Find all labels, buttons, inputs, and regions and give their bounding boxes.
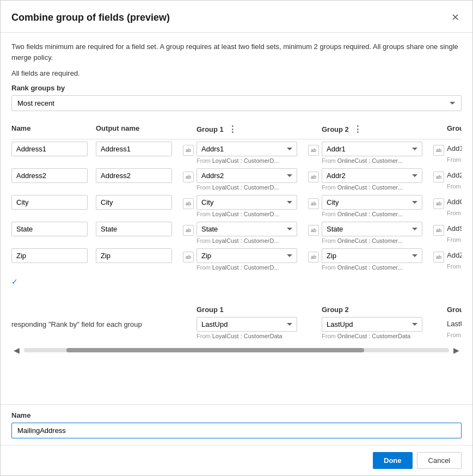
group2-select-3[interactable]: City [322, 195, 422, 210]
dialog-footer: Done Cancel [1, 445, 472, 475]
close-button[interactable]: ✕ [449, 9, 462, 26]
group1-select-2[interactable]: Addrs2 [196, 168, 297, 183]
group1-from-5: From LoyalCust : CustomerD... [196, 264, 297, 271]
output-name-input-5[interactable] [96, 248, 172, 263]
group2-cell-5: Zip From OnlineCust : Customer... [322, 248, 431, 271]
name-section: Name [1, 404, 472, 445]
icon-cell-g1-4: ab [180, 222, 196, 236]
output-name-input-3[interactable] [96, 195, 172, 210]
dialog-title: Combine group of fields (preview) [11, 12, 170, 23]
name-cell-2 [11, 168, 96, 183]
group3-value-5: AddZip [447, 248, 462, 262]
table-row: ab Addrs2 From LoyalCust : CustomerD... … [11, 168, 462, 191]
description-text: Two fields minimum are required for a fi… [11, 41, 462, 63]
field-name-input-1[interactable] [11, 142, 88, 156]
name-cell-5 [11, 248, 96, 263]
group1-select-4[interactable]: State [196, 222, 297, 236]
scroll-left-arrow[interactable]: ◀ [11, 346, 22, 355]
name-input[interactable] [11, 423, 462, 438]
horizontal-scrollbar[interactable]: ◀ ▶ [11, 346, 462, 355]
rank-group2-from: From OnlineCust : CustomerData [322, 333, 422, 339]
output-cell-1 [96, 142, 180, 156]
group2-from-5: From OnlineCust : Customer... [322, 264, 422, 271]
ab-icon-g1-5: ab [183, 252, 194, 263]
ab-icon-g2-1: ab [308, 145, 319, 156]
group3-from-2: From POSCust : Custo [447, 183, 462, 190]
output-name-input-1[interactable] [96, 142, 172, 156]
icon-cell-g1-5: ab [180, 248, 196, 263]
rank-select[interactable]: Most recent Most complete Custom [11, 95, 462, 111]
group2-menu-icon[interactable]: ⋮ [353, 124, 362, 135]
group2-cell-1: Addr1 From OnlineCust : Customer... [322, 142, 431, 164]
checkmark-icon: ✓ [11, 277, 18, 286]
group3-from-5: From POSCust : Custo [447, 263, 462, 270]
group2-select-2[interactable]: Addr2 [322, 168, 422, 183]
name-cell-4 [11, 222, 96, 236]
output-name-input-2[interactable] [96, 168, 172, 183]
rank-group2-select[interactable]: LastUpd [322, 317, 422, 332]
ab-icon-g1-2: ab [183, 172, 194, 182]
icon-cell-g1-1: ab [180, 142, 196, 156]
group2-select-4[interactable]: State [322, 222, 422, 236]
group1-select-1[interactable]: Addrs1 [196, 142, 297, 156]
scroll-track[interactable] [24, 348, 449, 352]
field-name-input-2[interactable] [11, 168, 88, 183]
group1-from-3: From LoyalCust : CustomerD... [196, 211, 297, 217]
field-name-input-4[interactable] [11, 222, 88, 236]
group1-select-3[interactable]: City [196, 195, 297, 210]
group1-cell-1: Addrs1 From LoyalCust : CustomerD... [196, 142, 305, 164]
combine-fields-dialog: Combine group of fields (preview) ✕ Two … [0, 0, 473, 476]
rank-header-row: Group 1 Group 2 Group 3 [11, 306, 462, 314]
group1-menu-icon[interactable]: ⋮ [228, 124, 237, 135]
field-name-input-5[interactable] [11, 248, 88, 263]
ab-icon-g3-3: ab [433, 198, 444, 209]
field-name-input-3[interactable] [11, 195, 88, 210]
icon-cell-g2-4: ab [305, 222, 322, 236]
group1-select-5[interactable]: Zip [196, 248, 297, 263]
col-header-group1: Group 1 ⋮ [196, 124, 305, 135]
ab-icon-g1-4: ab [183, 225, 194, 236]
icon-cell-g1-2: ab [180, 168, 196, 182]
icon-cell-g1-3: ab [180, 195, 196, 209]
ab-icon-g3-5: ab [433, 252, 444, 263]
dialog-body: Two fields minimum are required for a fi… [1, 33, 472, 404]
group2-select-1[interactable]: Addr1 [322, 142, 422, 156]
group2-select-5[interactable]: Zip [322, 248, 422, 263]
ab-icon-g2-5: ab [308, 252, 319, 263]
group3-value-1: Add1 [447, 142, 462, 155]
name-label: Name [11, 411, 462, 419]
group3-cell-1: Add1 From POSCust : Custo [447, 142, 462, 163]
table-row: ab State From LoyalCust : CustomerD... a… [11, 222, 462, 244]
cancel-button[interactable]: Cancel [417, 452, 462, 469]
done-button[interactable]: Done [373, 452, 413, 469]
rank-values-row: responding "Rank by" field for each grou… [11, 317, 462, 339]
col-header-group3: Group 3 [447, 124, 462, 135]
output-name-input-4[interactable] [96, 222, 172, 236]
icon-cell-g2-1: ab [305, 142, 322, 156]
icon-cell-g3-5: ab [431, 248, 447, 263]
group3-cell-4: AddState From POSCust : Custo [447, 222, 462, 243]
checkmark-area: ✓ [11, 275, 462, 288]
scroll-right-arrow[interactable]: ▶ [451, 346, 462, 355]
output-cell-4 [96, 222, 180, 236]
output-cell-2 [96, 168, 180, 183]
group1-from-1: From LoyalCust : CustomerD... [196, 157, 297, 164]
rank-group3-from: From POSCust : CustomerDat... [447, 332, 462, 338]
group2-from-4: From OnlineCust : Customer... [322, 237, 422, 244]
fields-scroll-area: Name Output name Group 1 ⋮ Group 2 ⋮ Gro… [11, 120, 462, 357]
group2-cell-2: Addr2 From OnlineCust : Customer... [322, 168, 431, 191]
group1-cell-4: State From LoyalCust : CustomerD... [196, 222, 305, 244]
group3-cell-2: Add2 From POSCust : Custo [447, 168, 462, 190]
group1-cell-5: Zip From LoyalCust : CustomerD... [196, 248, 305, 271]
rank-col-header-g2: Group 2 [322, 306, 431, 314]
icon-cell-g3-2: ab [431, 168, 447, 182]
rank-col-header-g3: Group 3 [447, 306, 462, 314]
ab-icon-g3-4: ab [433, 225, 444, 236]
rank-group1-select[interactable]: LastUpd [196, 317, 297, 332]
icon-cell-g2-3: ab [305, 195, 322, 209]
rank-group3-cell: LastUpd From POSCust : CustomerDat... [447, 317, 462, 338]
icon-cell-g3-4: ab [431, 222, 447, 236]
rank-col-header-g1: Group 1 [196, 306, 305, 314]
output-cell-3 [96, 195, 180, 210]
scroll-thumb[interactable] [66, 348, 364, 352]
